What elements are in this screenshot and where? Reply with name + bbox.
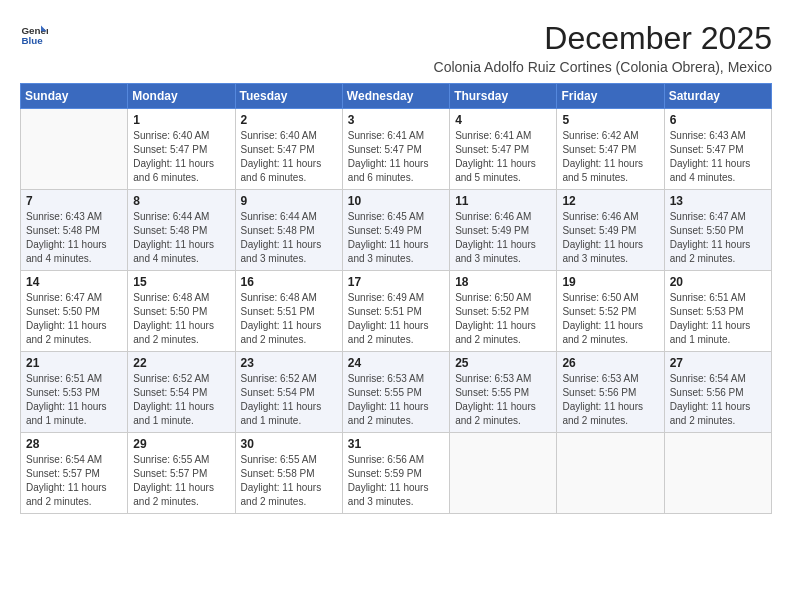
day-number: 7 bbox=[26, 194, 122, 208]
day-number: 5 bbox=[562, 113, 658, 127]
calendar-table: SundayMondayTuesdayWednesdayThursdayFrid… bbox=[20, 83, 772, 514]
day-number: 22 bbox=[133, 356, 229, 370]
calendar-cell: 7Sunrise: 6:43 AMSunset: 5:48 PMDaylight… bbox=[21, 190, 128, 271]
day-number: 10 bbox=[348, 194, 444, 208]
day-number: 3 bbox=[348, 113, 444, 127]
day-info: Sunrise: 6:49 AMSunset: 5:51 PMDaylight:… bbox=[348, 291, 444, 347]
weekday-header-sunday: Sunday bbox=[21, 84, 128, 109]
weekday-header-monday: Monday bbox=[128, 84, 235, 109]
day-info: Sunrise: 6:50 AMSunset: 5:52 PMDaylight:… bbox=[455, 291, 551, 347]
day-info: Sunrise: 6:44 AMSunset: 5:48 PMDaylight:… bbox=[133, 210, 229, 266]
day-number: 19 bbox=[562, 275, 658, 289]
calendar-week-row: 7Sunrise: 6:43 AMSunset: 5:48 PMDaylight… bbox=[21, 190, 772, 271]
day-number: 28 bbox=[26, 437, 122, 451]
calendar-cell: 3Sunrise: 6:41 AMSunset: 5:47 PMDaylight… bbox=[342, 109, 449, 190]
day-number: 30 bbox=[241, 437, 337, 451]
day-info: Sunrise: 6:55 AMSunset: 5:58 PMDaylight:… bbox=[241, 453, 337, 509]
location-subtitle: Colonia Adolfo Ruiz Cortines (Colonia Ob… bbox=[434, 59, 772, 75]
day-number: 20 bbox=[670, 275, 766, 289]
calendar-cell: 21Sunrise: 6:51 AMSunset: 5:53 PMDayligh… bbox=[21, 352, 128, 433]
weekday-header-thursday: Thursday bbox=[450, 84, 557, 109]
day-number: 24 bbox=[348, 356, 444, 370]
calendar-cell: 9Sunrise: 6:44 AMSunset: 5:48 PMDaylight… bbox=[235, 190, 342, 271]
day-number: 31 bbox=[348, 437, 444, 451]
page-header: General Blue December 2025 Colonia Adolf… bbox=[20, 20, 772, 75]
calendar-cell: 6Sunrise: 6:43 AMSunset: 5:47 PMDaylight… bbox=[664, 109, 771, 190]
day-info: Sunrise: 6:51 AMSunset: 5:53 PMDaylight:… bbox=[26, 372, 122, 428]
calendar-cell bbox=[557, 433, 664, 514]
svg-text:Blue: Blue bbox=[21, 35, 43, 46]
calendar-cell: 15Sunrise: 6:48 AMSunset: 5:50 PMDayligh… bbox=[128, 271, 235, 352]
calendar-cell: 22Sunrise: 6:52 AMSunset: 5:54 PMDayligh… bbox=[128, 352, 235, 433]
calendar-cell: 30Sunrise: 6:55 AMSunset: 5:58 PMDayligh… bbox=[235, 433, 342, 514]
day-number: 25 bbox=[455, 356, 551, 370]
day-number: 18 bbox=[455, 275, 551, 289]
day-number: 26 bbox=[562, 356, 658, 370]
day-info: Sunrise: 6:43 AMSunset: 5:48 PMDaylight:… bbox=[26, 210, 122, 266]
calendar-cell: 8Sunrise: 6:44 AMSunset: 5:48 PMDaylight… bbox=[128, 190, 235, 271]
day-number: 16 bbox=[241, 275, 337, 289]
day-info: Sunrise: 6:56 AMSunset: 5:59 PMDaylight:… bbox=[348, 453, 444, 509]
calendar-cell: 10Sunrise: 6:45 AMSunset: 5:49 PMDayligh… bbox=[342, 190, 449, 271]
day-info: Sunrise: 6:43 AMSunset: 5:47 PMDaylight:… bbox=[670, 129, 766, 185]
day-info: Sunrise: 6:54 AMSunset: 5:56 PMDaylight:… bbox=[670, 372, 766, 428]
day-number: 23 bbox=[241, 356, 337, 370]
weekday-header-saturday: Saturday bbox=[664, 84, 771, 109]
calendar-body: 1Sunrise: 6:40 AMSunset: 5:47 PMDaylight… bbox=[21, 109, 772, 514]
day-number: 4 bbox=[455, 113, 551, 127]
day-number: 13 bbox=[670, 194, 766, 208]
calendar-cell: 19Sunrise: 6:50 AMSunset: 5:52 PMDayligh… bbox=[557, 271, 664, 352]
calendar-week-row: 21Sunrise: 6:51 AMSunset: 5:53 PMDayligh… bbox=[21, 352, 772, 433]
weekday-header-friday: Friday bbox=[557, 84, 664, 109]
calendar-week-row: 14Sunrise: 6:47 AMSunset: 5:50 PMDayligh… bbox=[21, 271, 772, 352]
calendar-cell: 5Sunrise: 6:42 AMSunset: 5:47 PMDaylight… bbox=[557, 109, 664, 190]
calendar-cell: 4Sunrise: 6:41 AMSunset: 5:47 PMDaylight… bbox=[450, 109, 557, 190]
day-info: Sunrise: 6:52 AMSunset: 5:54 PMDaylight:… bbox=[241, 372, 337, 428]
logo: General Blue bbox=[20, 20, 48, 48]
day-number: 17 bbox=[348, 275, 444, 289]
calendar-cell: 14Sunrise: 6:47 AMSunset: 5:50 PMDayligh… bbox=[21, 271, 128, 352]
day-info: Sunrise: 6:40 AMSunset: 5:47 PMDaylight:… bbox=[133, 129, 229, 185]
calendar-cell: 26Sunrise: 6:53 AMSunset: 5:56 PMDayligh… bbox=[557, 352, 664, 433]
day-info: Sunrise: 6:44 AMSunset: 5:48 PMDaylight:… bbox=[241, 210, 337, 266]
day-info: Sunrise: 6:46 AMSunset: 5:49 PMDaylight:… bbox=[562, 210, 658, 266]
day-info: Sunrise: 6:42 AMSunset: 5:47 PMDaylight:… bbox=[562, 129, 658, 185]
calendar-cell: 2Sunrise: 6:40 AMSunset: 5:47 PMDaylight… bbox=[235, 109, 342, 190]
calendar-cell: 31Sunrise: 6:56 AMSunset: 5:59 PMDayligh… bbox=[342, 433, 449, 514]
day-info: Sunrise: 6:45 AMSunset: 5:49 PMDaylight:… bbox=[348, 210, 444, 266]
day-number: 8 bbox=[133, 194, 229, 208]
day-info: Sunrise: 6:54 AMSunset: 5:57 PMDaylight:… bbox=[26, 453, 122, 509]
calendar-cell bbox=[664, 433, 771, 514]
weekday-header-tuesday: Tuesday bbox=[235, 84, 342, 109]
calendar-cell: 20Sunrise: 6:51 AMSunset: 5:53 PMDayligh… bbox=[664, 271, 771, 352]
day-info: Sunrise: 6:55 AMSunset: 5:57 PMDaylight:… bbox=[133, 453, 229, 509]
day-info: Sunrise: 6:41 AMSunset: 5:47 PMDaylight:… bbox=[348, 129, 444, 185]
day-number: 1 bbox=[133, 113, 229, 127]
day-info: Sunrise: 6:47 AMSunset: 5:50 PMDaylight:… bbox=[26, 291, 122, 347]
calendar-cell: 23Sunrise: 6:52 AMSunset: 5:54 PMDayligh… bbox=[235, 352, 342, 433]
day-number: 12 bbox=[562, 194, 658, 208]
day-info: Sunrise: 6:46 AMSunset: 5:49 PMDaylight:… bbox=[455, 210, 551, 266]
day-info: Sunrise: 6:48 AMSunset: 5:51 PMDaylight:… bbox=[241, 291, 337, 347]
day-info: Sunrise: 6:53 AMSunset: 5:55 PMDaylight:… bbox=[455, 372, 551, 428]
calendar-cell: 17Sunrise: 6:49 AMSunset: 5:51 PMDayligh… bbox=[342, 271, 449, 352]
day-info: Sunrise: 6:53 AMSunset: 5:56 PMDaylight:… bbox=[562, 372, 658, 428]
calendar-cell: 25Sunrise: 6:53 AMSunset: 5:55 PMDayligh… bbox=[450, 352, 557, 433]
day-number: 6 bbox=[670, 113, 766, 127]
calendar-cell bbox=[450, 433, 557, 514]
day-number: 14 bbox=[26, 275, 122, 289]
day-info: Sunrise: 6:47 AMSunset: 5:50 PMDaylight:… bbox=[670, 210, 766, 266]
calendar-cell: 1Sunrise: 6:40 AMSunset: 5:47 PMDaylight… bbox=[128, 109, 235, 190]
calendar-cell: 28Sunrise: 6:54 AMSunset: 5:57 PMDayligh… bbox=[21, 433, 128, 514]
calendar-cell: 13Sunrise: 6:47 AMSunset: 5:50 PMDayligh… bbox=[664, 190, 771, 271]
calendar-cell: 18Sunrise: 6:50 AMSunset: 5:52 PMDayligh… bbox=[450, 271, 557, 352]
calendar-cell: 16Sunrise: 6:48 AMSunset: 5:51 PMDayligh… bbox=[235, 271, 342, 352]
day-number: 27 bbox=[670, 356, 766, 370]
day-number: 15 bbox=[133, 275, 229, 289]
title-block: December 2025 Colonia Adolfo Ruiz Cortin… bbox=[434, 20, 772, 75]
day-info: Sunrise: 6:40 AMSunset: 5:47 PMDaylight:… bbox=[241, 129, 337, 185]
day-number: 2 bbox=[241, 113, 337, 127]
calendar-cell: 12Sunrise: 6:46 AMSunset: 5:49 PMDayligh… bbox=[557, 190, 664, 271]
calendar-week-row: 28Sunrise: 6:54 AMSunset: 5:57 PMDayligh… bbox=[21, 433, 772, 514]
calendar-cell bbox=[21, 109, 128, 190]
